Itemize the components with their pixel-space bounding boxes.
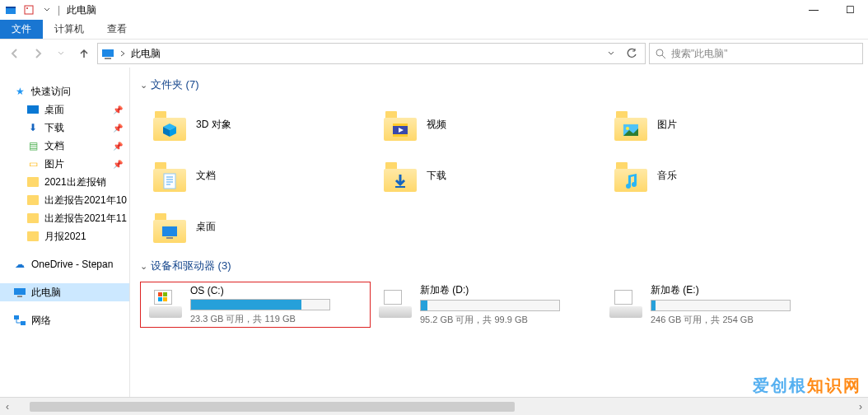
sidebar-network[interactable]: 网络 bbox=[0, 311, 129, 329]
folder-item[interactable]: 视频 bbox=[371, 100, 601, 148]
sidebar-item-documents[interactable]: ▤ 文档 📌 bbox=[0, 137, 129, 155]
drive-icon bbox=[379, 290, 412, 319]
document-icon bbox=[161, 172, 179, 190]
cube-icon bbox=[161, 121, 179, 139]
section-folders-header[interactable]: ⌄ 文件夹 (7) bbox=[140, 77, 861, 92]
pc-icon bbox=[13, 286, 26, 299]
folder-item[interactable]: 音乐 bbox=[601, 152, 832, 199]
watermark-part1: 爱创根 bbox=[753, 376, 807, 394]
pin-icon: 📌 bbox=[113, 160, 123, 169]
sidebar-item-label: 2021出差报销 bbox=[44, 175, 106, 189]
folder-label: 音乐 bbox=[657, 169, 677, 183]
music-icon bbox=[622, 172, 640, 190]
nav-back-button[interactable] bbox=[5, 44, 25, 63]
refresh-button[interactable] bbox=[622, 44, 642, 63]
folder-icon bbox=[153, 210, 186, 243]
sidebar-item-desktop[interactable]: 桌面 📌 bbox=[0, 100, 129, 119]
drive-icon bbox=[609, 290, 642, 319]
svg-rect-32 bbox=[158, 297, 162, 301]
minimize-button[interactable]: — bbox=[796, 0, 832, 20]
sidebar-item-folder[interactable]: 出差报告2021年10 bbox=[0, 191, 129, 209]
scroll-thumb[interactable] bbox=[30, 402, 515, 412]
drive-usage-bar bbox=[190, 299, 330, 310]
network-icon bbox=[13, 314, 26, 327]
sidebar-onedrive[interactable]: ☁ OneDrive - Stepan bbox=[0, 255, 129, 273]
sidebar-item-label: 出差报告2021年11 bbox=[44, 212, 127, 226]
folder-item[interactable]: 图片 bbox=[601, 100, 832, 148]
drive-tag-icon bbox=[154, 290, 172, 305]
drive-info: 新加卷 (D:)95.2 GB 可用，共 99.9 GB bbox=[420, 283, 598, 326]
quick-access-toolbar bbox=[3, 2, 54, 17]
sidebar-quick-access[interactable]: ★ 快速访问 bbox=[0, 82, 129, 100]
drive-icon bbox=[149, 290, 182, 319]
svg-rect-29 bbox=[166, 237, 173, 239]
folder-icon bbox=[384, 108, 417, 141]
folders-grid: 3D 对象视频图片文档下载音乐桌面 bbox=[140, 100, 861, 254]
breadcrumb-this-pc[interactable]: 此电脑 bbox=[131, 47, 161, 61]
pin-icon: 📌 bbox=[113, 142, 123, 151]
search-input[interactable]: 搜索"此电脑" bbox=[649, 43, 863, 64]
folder-item[interactable]: 3D 对象 bbox=[140, 100, 371, 148]
properties-icon[interactable] bbox=[21, 2, 36, 17]
drive-item[interactable]: OS (C:)23.3 GB 可用，共 119 GB bbox=[140, 282, 371, 328]
tab-view[interactable]: 查看 bbox=[96, 20, 138, 39]
folder-item[interactable]: 文档 bbox=[140, 152, 371, 199]
scroll-right-icon[interactable]: › bbox=[853, 398, 868, 416]
svg-rect-1 bbox=[6, 7, 16, 8]
svg-point-20 bbox=[626, 127, 629, 130]
sidebar-item-pictures[interactable]: ▭ 图片 📌 bbox=[0, 155, 129, 173]
folder-icon bbox=[614, 159, 647, 192]
qat-dropdown-icon[interactable] bbox=[40, 2, 54, 17]
sidebar-item-folder[interactable]: 出差报告2021年11 bbox=[0, 209, 129, 227]
address-bar[interactable]: 此电脑 bbox=[97, 43, 646, 64]
picture-icon: ▭ bbox=[26, 157, 40, 170]
folder-icon bbox=[26, 194, 40, 207]
section-drives-header[interactable]: ⌄ 设备和驱动器 (3) bbox=[140, 259, 861, 273]
main-area: ★ 快速访问 桌面 📌 ⬇ 下载 📌 ▤ 文档 📌 ▭ 图片 📌 bbox=[0, 68, 868, 397]
folder-icon bbox=[26, 175, 40, 189]
drives-grid: OS (C:)23.3 GB 可用，共 119 GB新加卷 (D:)95.2 G… bbox=[140, 282, 861, 328]
folder-label: 文档 bbox=[196, 169, 216, 183]
folder-label: 下载 bbox=[427, 169, 446, 183]
drive-name: 新加卷 (E:) bbox=[651, 283, 828, 297]
drive-item[interactable]: 新加卷 (D:)95.2 GB 可用，共 99.9 GB bbox=[371, 282, 601, 328]
folder-icon bbox=[26, 212, 40, 225]
picture-icon bbox=[622, 121, 640, 139]
title-separator: | bbox=[58, 4, 60, 16]
sidebar-item-label: 出差报告2021年10 bbox=[44, 194, 127, 208]
scroll-track[interactable] bbox=[30, 400, 838, 413]
watermark-part2: 知识网 bbox=[807, 376, 861, 394]
sidebar-item-folder[interactable]: 2021出差报销 bbox=[0, 173, 129, 191]
tab-computer[interactable]: 计算机 bbox=[43, 20, 96, 39]
sidebar-this-pc[interactable]: 此电脑 bbox=[0, 283, 129, 301]
horizontal-scrollbar[interactable]: ‹ › bbox=[0, 397, 868, 415]
drive-info: OS (C:)23.3 GB 可用，共 119 GB bbox=[190, 285, 366, 325]
folder-item[interactable]: 桌面 bbox=[140, 203, 371, 250]
folder-icon bbox=[153, 159, 186, 192]
drive-item[interactable]: 新加卷 (E:)246 GB 可用，共 254 GB bbox=[601, 282, 832, 328]
folder-label: 图片 bbox=[657, 118, 677, 132]
window-controls: — ☐ bbox=[796, 0, 868, 20]
sidebar-item-folder[interactable]: 月报2021 bbox=[0, 227, 129, 245]
app-icon bbox=[3, 2, 18, 17]
folder-item[interactable]: 下载 bbox=[371, 152, 601, 199]
drive-tag-icon bbox=[384, 290, 402, 305]
tab-file[interactable]: 文件 bbox=[0, 20, 43, 39]
folder-label: 3D 对象 bbox=[196, 118, 231, 132]
nav-forward-button[interactable] bbox=[28, 44, 48, 63]
address-dropdown-icon[interactable] bbox=[607, 49, 615, 58]
sidebar-item-downloads[interactable]: ⬇ 下载 📌 bbox=[0, 119, 129, 137]
scroll-left-icon[interactable]: ‹ bbox=[0, 398, 15, 416]
section-folders-label: 文件夹 (7) bbox=[151, 77, 199, 92]
nav-recent-dropdown[interactable] bbox=[51, 44, 71, 63]
breadcrumb-separator-icon[interactable] bbox=[119, 49, 126, 58]
desktop-icon bbox=[161, 223, 179, 241]
nav-up-button[interactable] bbox=[74, 44, 94, 63]
title-bar: | 此电脑 — ☐ bbox=[0, 0, 868, 20]
drive-usage-bar bbox=[651, 300, 791, 311]
sidebar-item-label: 桌面 bbox=[44, 103, 64, 117]
pin-icon: 📌 bbox=[113, 105, 123, 114]
maximize-button[interactable]: ☐ bbox=[832, 0, 868, 20]
sidebar-item-label: 下载 bbox=[44, 121, 64, 135]
content-pane: ⌄ 文件夹 (7) 3D 对象视频图片文档下载音乐桌面 ⌄ 设备和驱动器 (3)… bbox=[130, 68, 868, 397]
